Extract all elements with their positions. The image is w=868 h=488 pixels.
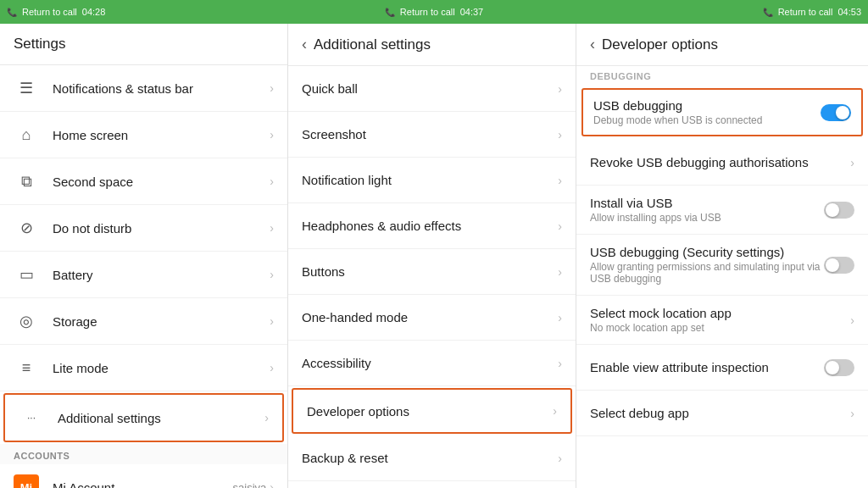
settings-item-litemode[interactable]: ≡ Lite mode › — [0, 345, 287, 391]
usb-debug-label: USB debugging — [593, 98, 821, 113]
mock-location-label: Select mock location app — [590, 306, 850, 320]
settings-item-secondspace[interactable]: ⧉ Second space › — [0, 158, 287, 205]
time-left: 04:28 — [82, 7, 106, 17]
developer-item-usb-debug[interactable]: USB debugging Debug mode when USB is con… — [581, 88, 863, 136]
additional-item-buttons[interactable]: Buttons › — [288, 249, 576, 295]
battery-label: Battery — [53, 268, 270, 282]
debug-app-chevron: › — [850, 407, 854, 420]
install-usb-toggle-knob — [826, 203, 839, 217]
additional-item-quickball[interactable]: Quick ball › — [288, 66, 576, 112]
settings-item-battery[interactable]: ▭ Battery › — [0, 252, 287, 298]
additional-title: Additional settings — [314, 36, 431, 53]
settings-item-notifications[interactable]: ☰ Notifications & status bar › — [0, 65, 287, 112]
litemode-icon: ≡ — [14, 355, 39, 380]
time-center: 04:37 — [460, 7, 484, 17]
mock-location-subtitle: No mock location app set — [590, 322, 850, 334]
headphones-chevron: › — [558, 219, 562, 233]
developer-item-debug-app[interactable]: Select debug app › — [576, 391, 868, 436]
settings-header: Settings — [0, 24, 287, 65]
additional-item-headphones[interactable]: Headphones & audio effects › — [288, 203, 576, 249]
install-usb-label: Install via USB — [590, 196, 824, 210]
additional-item-backup[interactable]: Backup & reset › — [288, 435, 576, 481]
notifications-icon: ☰ — [14, 75, 39, 101]
buttons-chevron: › — [558, 265, 562, 279]
accounts-section-label: ACCOUNTS — [0, 444, 287, 464]
additional-list: Quick ball › Screenshot › Notification l… — [288, 66, 576, 488]
notifications-label: Notifications & status bar — [53, 81, 270, 96]
buttons-label: Buttons — [302, 264, 558, 279]
usb-debug-subtitle: Debug mode when USB is connected — [593, 114, 821, 126]
status-right: 📞 Return to call 04:53 — [576, 7, 861, 17]
additional-item-developer[interactable]: Developer options › — [292, 388, 572, 434]
phone-icon-center: 📞 — [385, 8, 395, 17]
status-left: 📞 Return to call 04:28 — [7, 7, 292, 17]
additional-item-onehanded[interactable]: One-handed mode › — [288, 295, 576, 341]
phone-icon-right: 📞 — [763, 8, 773, 17]
settings-item-miaccount[interactable]: Mi Mi Account saisiva › — [0, 464, 287, 488]
settings-list: ☰ Notifications & status bar › ⌂ Home sc… — [0, 65, 287, 488]
accessibility-chevron: › — [558, 357, 562, 370]
settings-panel: Settings ☰ Notifications & status bar › … — [0, 24, 288, 488]
mock-location-chevron: › — [850, 313, 854, 327]
developer-item-usb-security[interactable]: USB debugging (Security settings) Allow … — [576, 235, 868, 296]
notificationlight-label: Notification light — [302, 173, 558, 187]
backup-chevron: › — [558, 452, 562, 465]
settings-item-homescreen[interactable]: ⌂ Home screen › — [0, 112, 287, 158]
developer-item-mock-location[interactable]: Select mock location app No mock locatio… — [576, 296, 868, 345]
view-attribute-toggle[interactable] — [824, 359, 854, 376]
additional-back-arrow[interactable]: ‹ — [302, 36, 307, 53]
usb-security-toggle[interactable] — [824, 257, 854, 274]
backup-label: Backup & reset — [302, 451, 558, 465]
secondspace-label: Second space — [53, 175, 270, 189]
headphones-label: Headphones & audio effects — [302, 219, 558, 233]
additional-item-mimover[interactable]: Mi Mover › — [288, 481, 576, 488]
usb-security-toggle-knob — [826, 258, 839, 272]
install-usb-toggle[interactable] — [824, 202, 854, 219]
additional-item-screenshot[interactable]: Screenshot › — [288, 112, 576, 158]
quickball-label: Quick ball — [302, 81, 558, 96]
time-right: 04:53 — [837, 7, 861, 17]
dnd-icon: ⊘ — [14, 215, 39, 241]
developer-item-revoke[interactable]: Revoke USB debugging authorisations › — [576, 140, 868, 186]
settings-item-additional[interactable]: ··· Additional settings › — [3, 393, 284, 442]
view-attribute-label: Enable view attribute inspection — [590, 360, 824, 374]
developer-item-view-attribute[interactable]: Enable view attribute inspection — [576, 345, 868, 391]
litemode-label: Lite mode — [53, 361, 270, 375]
return-to-call-right: Return to call — [778, 7, 833, 17]
additional-chevron: › — [264, 411, 269, 424]
developer-title: Developer options — [602, 36, 718, 53]
dnd-chevron: › — [270, 221, 274, 235]
additional-item-accessibility[interactable]: Accessibility › — [288, 341, 576, 386]
mi-icon: Mi — [14, 474, 39, 488]
status-bar: 📞 Return to call 04:28 📞 Return to call … — [0, 0, 868, 24]
install-usb-subtitle: Allow installing apps via USB — [590, 212, 824, 224]
notificationlight-chevron: › — [558, 174, 562, 187]
developer-back-arrow[interactable]: ‹ — [590, 36, 595, 53]
developer-item-install-usb[interactable]: Install via USB Allow installing apps vi… — [576, 186, 868, 235]
return-to-call-left: Return to call — [22, 7, 77, 17]
phone-icon-left: 📞 — [7, 8, 17, 17]
debugging-section-label: DEBUGGING — [576, 66, 868, 85]
additional-settings-panel: ‹ Additional settings Quick ball › Scree… — [288, 24, 576, 488]
settings-item-dnd[interactable]: ⊘ Do not disturb › — [0, 205, 287, 252]
panels-container: Settings ☰ Notifications & status bar › … — [0, 24, 868, 488]
miaccount-value: saisiva — [233, 481, 267, 489]
storage-chevron: › — [270, 314, 274, 328]
notifications-chevron: › — [270, 81, 274, 95]
miaccount-label: Mi Account — [53, 480, 233, 489]
settings-title: Settings — [14, 36, 65, 52]
additional-header: ‹ Additional settings — [288, 24, 576, 66]
additional-label: Additional settings — [58, 411, 264, 425]
storage-icon: ◎ — [14, 308, 39, 334]
additional-item-notificationlight[interactable]: Notification light › — [288, 158, 576, 203]
status-center: 📞 Return to call 04:37 — [292, 7, 576, 17]
settings-item-storage[interactable]: ◎ Storage › — [0, 298, 287, 345]
dnd-label: Do not disturb — [53, 221, 270, 236]
usb-security-label: USB debugging (Security settings) — [590, 245, 824, 259]
revoke-label: Revoke USB debugging authorisations — [590, 155, 850, 169]
usb-debug-toggle[interactable] — [821, 104, 851, 121]
secondspace-icon: ⧉ — [14, 169, 39, 194]
revoke-chevron: › — [850, 156, 854, 169]
return-to-call-center: Return to call — [400, 7, 455, 17]
onehanded-label: One-handed mode — [302, 310, 558, 324]
